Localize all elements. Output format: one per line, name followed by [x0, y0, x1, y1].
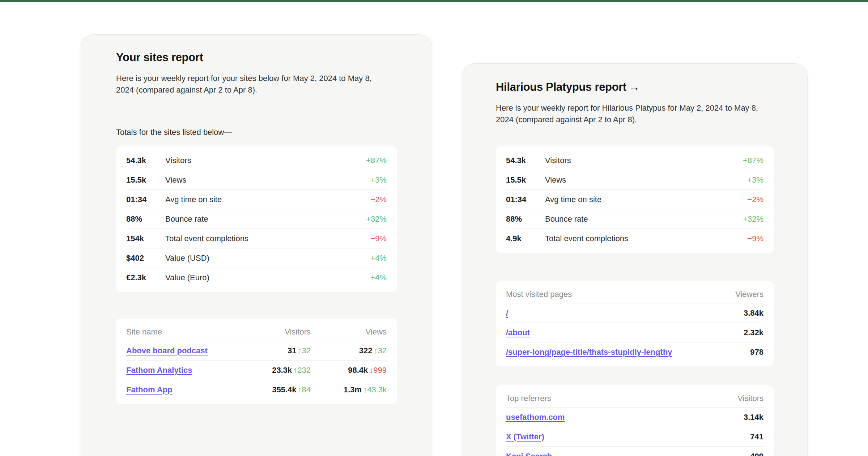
stat-value: 88%	[126, 214, 165, 224]
stat-change: +87%	[366, 156, 387, 165]
table-row: Above board podcast 31↑32 322↑32	[126, 341, 387, 361]
visitors-cell: 741	[706, 432, 763, 442]
stat-label: Views	[545, 175, 747, 185]
page-link[interactable]: /super-long/page-title/thats-stupidly-le…	[506, 348, 672, 357]
stat-change: +4%	[370, 273, 387, 282]
hilarious-platypus-report-card: Hilarious Platypus report→ Here is your …	[462, 63, 808, 456]
stat-label: Visitors	[545, 156, 743, 165]
page-title: Your sites report	[116, 51, 397, 64]
most-visited-pages-panel: Most visited pages Viewers / 3.84k /abou…	[496, 281, 774, 366]
table-row: / 3.84k	[506, 303, 763, 323]
table-row: Kagi Search 409	[506, 447, 763, 456]
stat-value: 88%	[506, 214, 545, 224]
stat-change: −9%	[747, 234, 763, 243]
visitors-cell: 355.4k↑84	[235, 385, 311, 395]
stat-change: −2%	[370, 195, 387, 204]
viewers-cell: 2.32k	[706, 328, 763, 337]
site-link[interactable]: Fathom App	[126, 385, 173, 394]
stat-row-bounce-rate: 88% Bounce rate +32%	[126, 209, 387, 229]
report-intro-text: Here is your weekly report for Hilarious…	[496, 102, 769, 125]
pages-table-header: Most visited pages Viewers	[506, 285, 763, 303]
stat-label: Total event completions	[165, 234, 370, 243]
stat-row-value-usd: $402 Value (USD) +4%	[126, 248, 387, 268]
stat-change: +3%	[370, 175, 387, 185]
brand-top-bar	[0, 0, 868, 2]
totals-panel: 54.3k Visitors +87% 15.5k Views +3% 01:3…	[496, 146, 774, 253]
table-row: Fathom Analytics 23.3k↑232 98.4k↓999	[126, 361, 387, 380]
referrer-link[interactable]: usefathom.com	[506, 413, 565, 422]
stat-label: Total event completions	[545, 234, 747, 243]
stat-value: 54.3k	[126, 156, 165, 165]
site-report-title-link[interactable]: Hilarious Platypus report→	[496, 81, 774, 94]
table-row: usefathom.com 3.14k	[506, 408, 763, 427]
views-cell: 98.4k↓999	[311, 366, 387, 375]
stat-label: Bounce rate	[545, 214, 743, 224]
viewers-cell: 3.84k	[706, 308, 763, 318]
table-row: Fathom App 355.4k↑84 1.3m↑43.3k	[126, 380, 387, 400]
stat-label: Visitors	[165, 156, 366, 165]
stat-value: 54.3k	[506, 156, 545, 165]
stat-label: Value (Euro)	[165, 273, 370, 282]
stat-value: 15.5k	[506, 175, 545, 185]
stat-change: +32%	[366, 214, 387, 224]
stat-change: −2%	[747, 195, 763, 204]
stat-change: +32%	[743, 214, 763, 224]
sites-table-panel: Site name Visitors Views Above board pod…	[116, 319, 397, 404]
stat-value: 15.5k	[126, 175, 165, 185]
stat-row-event-completions: 154k Total event completions −9%	[126, 229, 387, 248]
stat-value: 01:34	[126, 195, 165, 204]
stat-label: Avg time on site	[165, 195, 370, 204]
table-row: /super-long/page-title/thats-stupidly-le…	[506, 342, 763, 362]
stat-change: −9%	[370, 234, 387, 243]
page-link[interactable]: /about	[506, 328, 530, 337]
column-header-site-name: Site name	[126, 327, 235, 337]
stat-row-bounce-rate: 88% Bounce rate +32%	[506, 209, 763, 229]
totals-label: Totals for the sites listed below—	[116, 128, 397, 137]
stat-label: Avg time on site	[545, 195, 747, 204]
site-link[interactable]: Above board podcast	[126, 346, 208, 355]
stat-change: +87%	[743, 156, 763, 165]
your-sites-report-card: Your sites report Here is your weekly re…	[81, 34, 432, 456]
stat-value: 154k	[126, 234, 165, 243]
site-link[interactable]: Fathom Analytics	[126, 366, 192, 375]
stat-label: Views	[165, 175, 370, 185]
top-referrers-panel: Top referrers Visitors usefathom.com 3.1…	[496, 385, 774, 456]
stat-value: €2.3k	[126, 273, 165, 282]
stat-label: Bounce rate	[165, 214, 366, 224]
column-header-visitors: Visitors	[235, 327, 311, 337]
column-header-pages: Most visited pages	[506, 290, 688, 299]
stat-value: 4.9k	[506, 234, 545, 243]
stat-row-views: 15.5k Views +3%	[506, 170, 763, 190]
viewers-cell: 978	[706, 348, 763, 357]
visitors-cell: 3.14k	[706, 413, 763, 422]
visitors-cell: 409	[706, 452, 763, 456]
stat-row-avg-time: 01:34 Avg time on site −2%	[126, 190, 387, 209]
column-header-visitors: Visitors	[688, 394, 763, 403]
stat-row-value-euro: €2.3k Value (Euro) +4%	[126, 268, 387, 287]
views-cell: 1.3m↑43.3k	[311, 385, 387, 395]
table-row: X (Twitter) 741	[506, 427, 763, 447]
stat-value: 01:34	[506, 195, 545, 204]
right-arrow-icon: →	[629, 81, 640, 93]
stat-change: +4%	[370, 253, 387, 263]
referrer-link[interactable]: Kagi Search	[506, 452, 552, 456]
stat-row-event-completions: 4.9k Total event completions −9%	[506, 229, 763, 248]
visitors-cell: 23.3k↑232	[235, 366, 311, 375]
column-header-referrers: Top referrers	[506, 394, 688, 403]
stat-label: Value (USD)	[165, 253, 370, 263]
stat-row-visitors: 54.3k Visitors +87%	[126, 151, 387, 170]
stat-change: +3%	[747, 175, 763, 185]
totals-panel: 54.3k Visitors +87% 15.5k Views +3% 01:3…	[116, 146, 397, 292]
column-header-viewers: Viewers	[688, 290, 763, 299]
stat-row-visitors: 54.3k Visitors +87%	[506, 151, 763, 170]
report-intro-text: Here is your weekly report for your site…	[116, 73, 389, 96]
stat-value: $402	[126, 253, 165, 263]
referrer-link[interactable]: X (Twitter)	[506, 432, 544, 441]
stat-row-avg-time: 01:34 Avg time on site −2%	[506, 190, 763, 209]
stat-row-views: 15.5k Views +3%	[126, 170, 387, 190]
column-header-views: Views	[311, 327, 387, 337]
referrers-table-header: Top referrers Visitors	[506, 389, 763, 408]
page-link[interactable]: /	[506, 308, 508, 318]
sites-table-header: Site name Visitors Views	[126, 323, 387, 341]
views-cell: 322↑32	[311, 346, 387, 355]
